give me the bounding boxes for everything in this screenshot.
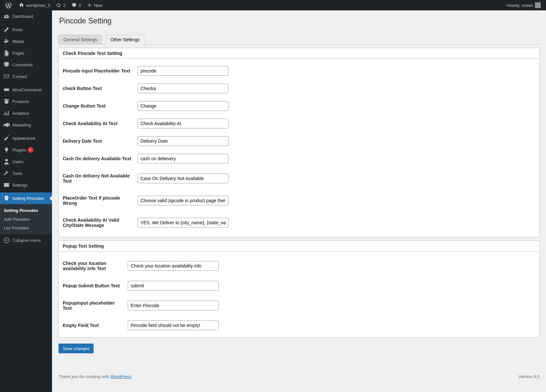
sidebar-item-pages[interactable]: Pages [0,47,52,59]
sidebar-item-tools[interactable]: Tools [0,167,52,179]
text-input[interactable] [128,301,219,310]
field-label: Cash On delivery Available Text [63,150,137,167]
updates-count: 2 [63,3,65,8]
submenu-item-setting-pincodes[interactable]: Setting Pincodes [0,206,52,215]
field-label: Check Availability At Text [63,115,137,132]
sidebar-item-label: Users [12,159,23,164]
text-input[interactable] [137,218,228,228]
submenu-setting-pincodes: Setting Pincodes Add Pincodes List Pinco… [0,204,52,234]
sidebar-item-label: Analytics [12,111,29,116]
text-input[interactable] [137,154,228,163]
new-content-link[interactable]: New [84,0,105,10]
my-account-link[interactable]: Howdy, ocean [504,0,543,10]
products-icon [3,98,10,105]
field-label: Cash On delivery Not Available Text [63,167,137,189]
sidebar-item-settings[interactable]: Settings [0,179,52,191]
sidebar-item-label: Contact [12,74,27,79]
updates-link[interactable]: 2 [53,0,68,10]
text-input[interactable] [128,281,219,291]
users-icon [3,158,10,165]
comment-icon [71,2,77,8]
marketing-icon [3,122,10,128]
sidebar-item-label: Products [12,99,29,104]
wordpress-link[interactable]: WordPress [110,374,131,379]
text-input[interactable] [128,320,219,330]
sidebar-item-dashboard[interactable]: Dashboard [0,10,52,22]
sidebar-item-appearance[interactable]: Appearance [0,132,52,144]
sidebar-item-label: Marketing [12,123,31,127]
sidebar-item-label: Appearance [12,136,35,141]
text-input[interactable] [128,261,219,271]
sidebar-item-products[interactable]: Products [0,96,52,107]
sidebar-item-contact[interactable]: Contact [0,71,52,82]
site-name-link[interactable]: wordpress_3 [16,0,53,10]
admin-bar: wordpress_3 2 0 New Howdy, ocean [0,0,546,10]
plugins-icon [3,147,10,153]
admin-footer: Thank you for creating with WordPress. V… [58,374,540,379]
appearance-icon [3,135,10,141]
text-input[interactable] [137,136,228,146]
comments-link[interactable]: 0 [68,0,84,10]
sidebar-item-media[interactable]: Media [0,35,52,47]
sidebar-item-label: Comments [12,62,33,67]
text-input[interactable] [137,174,228,183]
tools-icon [3,170,10,176]
plus-icon [86,2,93,8]
field-label: Pincode Input Placeholder Text [63,62,137,80]
sidebar-item-plugins[interactable]: Plugins1 [0,144,52,156]
sidebar-item-users[interactable]: Users [0,156,52,167]
sidebar-item-label: Setting Pincodes [12,196,44,201]
content-body: Pincode Setting General Settings Other S… [52,10,546,392]
pages-icon [3,50,10,56]
field-label: check Button Text [63,80,137,97]
sidebar-item-woocommerce[interactable]: WooCommerce [0,84,52,96]
sidebar-item-label: Settings [12,183,28,188]
collapse-icon [3,237,10,243]
page-title: Pincode Setting [59,17,540,25]
section-header: Check Pincode Text Setting [59,48,539,59]
sidebar-item-label: Tools [12,171,22,176]
text-input[interactable] [137,196,228,205]
sidebar-item-label: Pages [12,51,24,56]
comments-icon [3,61,10,68]
text-input[interactable] [137,119,228,128]
home-icon [18,2,25,8]
settings-icon [3,182,10,188]
footer-thanks-prefix: Thank you for creating with [58,374,110,379]
update-count-badge: 1 [28,147,33,153]
sidebar-item-posts[interactable]: Posts [0,24,52,35]
sidebar-item-setting-pincodes[interactable]: Setting Pincodes [0,192,52,204]
field-label: Popupinput placeholder Text [63,294,128,317]
field-label: Change Button Text [63,97,137,115]
field-label: PlaceOrder Text If pincode Wrong [63,189,137,212]
sidebar-item-analytics[interactable]: Analytics [0,107,52,119]
sidebar-item-label: Media [12,39,24,44]
section-header: Popup Text Setting [59,241,539,252]
posts-icon [3,26,10,33]
collapse-menu-button[interactable]: Collapse menu [0,234,52,246]
submenu-item-list-pincodes[interactable]: List Pincodes [0,224,52,232]
sidebar-item-label: Posts [12,27,23,32]
sidebar-item-label: WooCommerce [12,87,42,92]
submenu-item-add-pincodes[interactable]: Add Pincodes [0,215,52,224]
sidebar-item-marketing[interactable]: Marketing [0,119,52,131]
sidebar-item-label: Dashboard [12,14,33,19]
footer-thanks-suffix: . [131,374,133,379]
update-icon [55,2,62,8]
media-icon [3,38,10,45]
comments-count: 0 [79,3,81,8]
avatar-icon [535,2,541,8]
contact-icon [3,73,10,80]
field-label: Delivery Date Text [63,132,137,150]
tab-other-settings[interactable]: Other Settings [106,35,145,45]
save-changes-button[interactable]: Save changes [58,344,94,353]
sidebar-item-comments[interactable]: Comments [0,59,52,71]
text-input[interactable] [137,84,228,93]
svg-rect-0 [4,88,9,91]
nav-tab-wrapper: General Settings Other Settings [58,32,540,45]
analytics-icon [3,110,10,116]
tab-general-settings[interactable]: General Settings [58,35,102,44]
wp-logo-menu[interactable] [3,0,16,10]
text-input[interactable] [137,66,228,76]
text-input[interactable] [137,101,228,111]
